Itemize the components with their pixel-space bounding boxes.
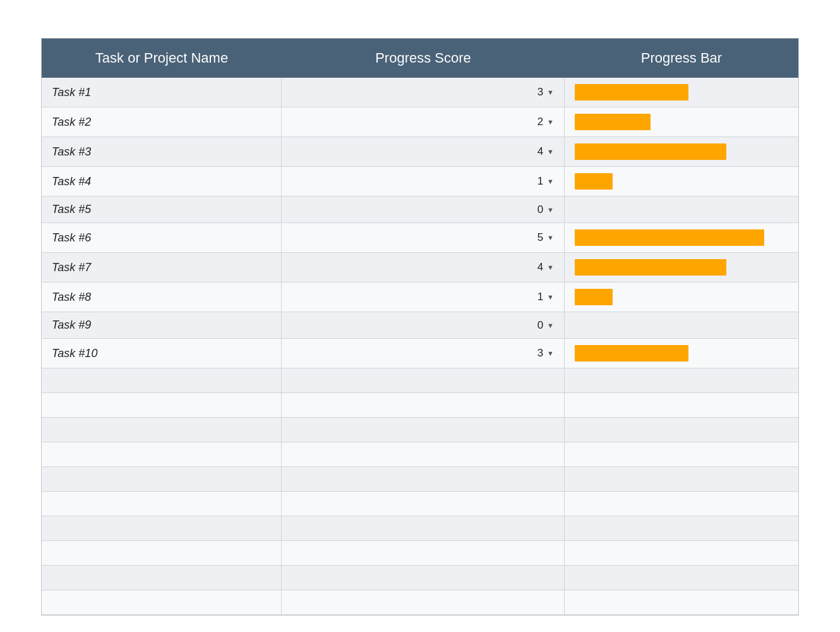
progress-bar-fill [575, 229, 764, 246]
score-dropdown-icon[interactable]: ▼ [547, 148, 554, 155]
progress-bar-fill [575, 143, 726, 160]
cell-empty-bar [565, 590, 798, 614]
table-body: Task #1 3 ▼ Task #2 2 ▼ Task #3 4 ▼ [42, 78, 798, 615]
cell-score[interactable]: 1 ▼ [282, 167, 565, 196]
cell-empty-score [282, 590, 565, 614]
score-dropdown-icon[interactable]: ▼ [547, 178, 554, 185]
cell-progress-bar [565, 167, 798, 196]
score-value: 5 [537, 231, 543, 244]
cell-progress-bar [565, 339, 798, 368]
cell-empty-name [42, 418, 282, 442]
cell-progress-bar [565, 78, 798, 107]
cell-task-name: Task #9 [42, 312, 282, 338]
cell-task-name: Task #6 [42, 223, 282, 252]
table-row: Task #7 4 ▼ [42, 253, 798, 283]
cell-empty-name [42, 442, 282, 466]
progress-bar-fill [575, 114, 651, 130]
table-row: Task #6 5 ▼ [42, 223, 798, 253]
cell-task-name: Task #1 [42, 78, 282, 107]
task-progress-table: Task or Project Name Progress Score Prog… [41, 38, 799, 616]
score-value: 2 [537, 116, 543, 128]
progress-bar-fill [575, 289, 613, 305]
table-row-empty [42, 368, 798, 393]
cell-score[interactable]: 4 ▼ [282, 253, 565, 282]
score-value: 4 [537, 261, 543, 274]
cell-score[interactable]: 3 ▼ [282, 78, 565, 107]
header-progress-score: Progress Score [282, 39, 565, 78]
score-dropdown-icon[interactable]: ▼ [547, 293, 554, 301]
table-row: Task #2 2 ▼ [42, 107, 798, 137]
cell-empty-bar [565, 393, 798, 417]
table-row: Task #5 0 ▼ [42, 197, 798, 223]
cell-progress-bar [565, 283, 798, 312]
table-row: Task #4 1 ▼ [42, 167, 798, 197]
cell-score[interactable]: 0 ▼ [282, 312, 565, 338]
cell-empty-name [42, 393, 282, 417]
table-row: Task #3 4 ▼ [42, 137, 798, 167]
table-row-empty [42, 590, 798, 615]
progress-bar-fill [575, 84, 688, 100]
table-row: Task #1 3 ▼ [42, 78, 798, 107]
cell-progress-bar [565, 137, 798, 166]
cell-empty-name [42, 566, 282, 590]
progress-bar-fill [575, 173, 613, 190]
table-row-empty [42, 418, 798, 442]
table-header: Task or Project Name Progress Score Prog… [42, 39, 798, 78]
table-row-empty [42, 541, 798, 566]
cell-empty-score [282, 393, 565, 417]
score-dropdown-icon[interactable]: ▼ [547, 206, 554, 214]
header-task-name: Task or Project Name [42, 39, 282, 78]
cell-progress-bar [565, 107, 798, 137]
progress-bar-fill [575, 345, 688, 362]
score-value: 0 [537, 204, 543, 216]
score-dropdown-icon[interactable]: ▼ [547, 322, 554, 329]
cell-empty-score [282, 368, 565, 392]
score-dropdown-icon[interactable]: ▼ [547, 234, 554, 241]
cell-task-name: Task #5 [42, 197, 282, 222]
cell-score[interactable]: 2 ▼ [282, 107, 565, 137]
score-dropdown-icon[interactable]: ▼ [547, 264, 554, 271]
cell-empty-score [282, 467, 565, 491]
cell-score[interactable]: 0 ▼ [282, 197, 565, 222]
cell-empty-bar [565, 516, 798, 540]
cell-score[interactable]: 4 ▼ [282, 137, 565, 166]
table-row: Task #10 3 ▼ [42, 339, 798, 368]
cell-empty-name [42, 541, 282, 565]
cell-score[interactable]: 3 ▼ [282, 339, 565, 368]
cell-empty-score [282, 566, 565, 590]
score-dropdown-icon[interactable]: ▼ [547, 118, 554, 126]
cell-task-name: Task #10 [42, 339, 282, 368]
score-dropdown-icon[interactable]: ▼ [547, 88, 554, 96]
cell-empty-bar [565, 442, 798, 466]
cell-progress-bar [565, 253, 798, 282]
cell-score[interactable]: 1 ▼ [282, 283, 565, 312]
cell-task-name: Task #4 [42, 167, 282, 196]
table-row: Task #8 1 ▼ [42, 283, 798, 312]
cell-empty-name [42, 368, 282, 392]
cell-empty-name [42, 516, 282, 540]
cell-empty-score [282, 442, 565, 466]
cell-empty-score [282, 541, 565, 565]
score-value: 4 [537, 145, 543, 158]
score-value: 3 [537, 86, 543, 99]
table-row-empty [42, 393, 798, 418]
header-progress-bar: Progress Bar [565, 39, 798, 78]
cell-empty-bar [565, 492, 798, 516]
table-row-empty [42, 442, 798, 467]
cell-progress-bar [565, 197, 798, 222]
cell-empty-bar [565, 368, 798, 392]
table-row-empty [42, 492, 798, 516]
cell-empty-score [282, 516, 565, 540]
table-row-empty [42, 467, 798, 492]
table-row-empty [42, 566, 798, 590]
cell-task-name: Task #2 [42, 107, 282, 137]
cell-score[interactable]: 5 ▼ [282, 223, 565, 252]
cell-task-name: Task #7 [42, 253, 282, 282]
cell-empty-bar [565, 541, 798, 565]
cell-empty-bar [565, 566, 798, 590]
cell-task-name: Task #8 [42, 283, 282, 312]
cell-empty-score [282, 492, 565, 516]
cell-empty-name [42, 492, 282, 516]
table-row: Task #9 0 ▼ [42, 312, 798, 339]
score-dropdown-icon[interactable]: ▼ [547, 349, 554, 357]
